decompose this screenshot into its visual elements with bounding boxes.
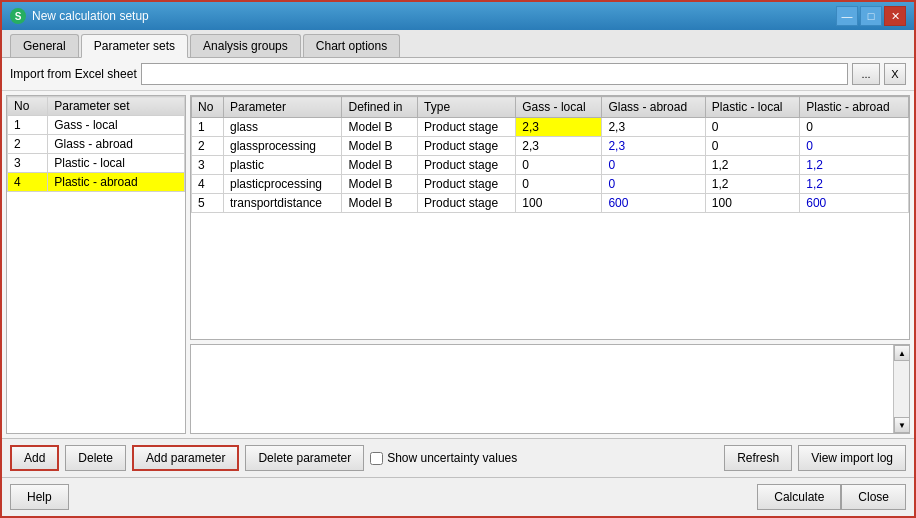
- show-uncertainty-text: Show uncertainty values: [387, 451, 517, 465]
- cell-parameter: plastic: [223, 156, 342, 175]
- cell-glass-abroad: 600: [602, 194, 705, 213]
- cell-parameter: glass: [223, 118, 342, 137]
- cell-gass-local: 100: [516, 194, 602, 213]
- title-buttons: — □ ✕: [836, 6, 906, 26]
- bottom-bar: Help Calculate Close: [2, 477, 914, 516]
- cell-plastic-local: 0: [705, 118, 799, 137]
- import-label: Import from Excel sheet: [10, 67, 137, 81]
- cell-plastic-abroad: 0: [800, 118, 909, 137]
- show-uncertainty-label[interactable]: Show uncertainty values: [370, 451, 517, 465]
- help-button[interactable]: Help: [10, 484, 69, 510]
- cell-parameter: glassprocessing: [223, 137, 342, 156]
- cell-plastic-local: 0: [705, 137, 799, 156]
- window-title: New calculation setup: [32, 9, 149, 23]
- main-window: S New calculation setup — □ ✕ General Pa…: [0, 0, 916, 518]
- left-panel: No Parameter set 1 Gass - local 2 Glass …: [6, 95, 186, 434]
- cell-type: Product stage: [418, 194, 516, 213]
- cell-glass-abroad: 2,3: [602, 118, 705, 137]
- row-no: 3: [8, 154, 48, 173]
- cell-defined-in: Model B: [342, 175, 418, 194]
- cell-plastic-abroad: 600: [800, 194, 909, 213]
- cell-gass-local: 2,3: [516, 137, 602, 156]
- refresh-button[interactable]: Refresh: [724, 445, 792, 471]
- cell-type: Product stage: [418, 118, 516, 137]
- cell-no: 5: [192, 194, 224, 213]
- parameters-table-container: No Parameter Defined in Type Gass - loca…: [190, 95, 910, 340]
- cell-plastic-abroad: 0: [800, 137, 909, 156]
- row-no: 1: [8, 116, 48, 135]
- table-row[interactable]: 1 Gass - local: [8, 116, 185, 135]
- import-input[interactable]: [141, 63, 848, 85]
- col-defined-in: Defined in: [342, 97, 418, 118]
- calculate-button[interactable]: Calculate: [757, 484, 841, 510]
- minimize-button[interactable]: —: [836, 6, 858, 26]
- cell-parameter: plasticprocessing: [223, 175, 342, 194]
- left-col-no: No: [8, 97, 48, 116]
- view-import-log-button[interactable]: View import log: [798, 445, 906, 471]
- row-no: 2: [8, 135, 48, 154]
- cell-defined-in: Model B: [342, 194, 418, 213]
- bottom-right-panel: ▲ ▼: [190, 344, 910, 434]
- app-icon: S: [10, 8, 26, 24]
- import-close-button[interactable]: X: [884, 63, 906, 85]
- cell-no: 2: [192, 137, 224, 156]
- col-parameter: Parameter: [223, 97, 342, 118]
- cell-gass-local: 0: [516, 175, 602, 194]
- cell-defined-in: Model B: [342, 137, 418, 156]
- col-no: No: [192, 97, 224, 118]
- row-name: Plastic - local: [48, 154, 185, 173]
- scroll-up-button[interactable]: ▲: [894, 345, 910, 361]
- maximize-button[interactable]: □: [860, 6, 882, 26]
- browse-button[interactable]: ...: [852, 63, 880, 85]
- cell-type: Product stage: [418, 137, 516, 156]
- footer-bar: Add Delete Add parameter Delete paramete…: [2, 438, 914, 477]
- row-no: 4: [8, 173, 48, 192]
- parameter-sets-table: No Parameter set 1 Gass - local 2 Glass …: [7, 96, 185, 192]
- close-button[interactable]: Close: [841, 484, 906, 510]
- right-panel: No Parameter Defined in Type Gass - loca…: [190, 95, 910, 434]
- col-plastic-abroad: Plastic - abroad: [800, 97, 909, 118]
- col-type: Type: [418, 97, 516, 118]
- col-plastic-local: Plastic - local: [705, 97, 799, 118]
- table-row[interactable]: 3 plastic Model B Product stage 0 0 1,2 …: [192, 156, 909, 175]
- cell-plastic-abroad: 1,2: [800, 175, 909, 194]
- cell-glass-abroad: 0: [602, 175, 705, 194]
- tab-analysis-groups[interactable]: Analysis groups: [190, 34, 301, 57]
- scroll-down-button[interactable]: ▼: [894, 417, 910, 433]
- cell-plastic-abroad: 1,2: [800, 156, 909, 175]
- delete-button[interactable]: Delete: [65, 445, 126, 471]
- show-uncertainty-checkbox[interactable]: [370, 452, 383, 465]
- left-col-name: Parameter set: [48, 97, 185, 116]
- table-row[interactable]: 5 transportdistance Model B Product stag…: [192, 194, 909, 213]
- tab-parameter-sets[interactable]: Parameter sets: [81, 34, 188, 58]
- delete-parameter-button[interactable]: Delete parameter: [245, 445, 364, 471]
- cell-gass-local: 0: [516, 156, 602, 175]
- import-bar: Import from Excel sheet ... X: [2, 58, 914, 91]
- close-title-button[interactable]: ✕: [884, 6, 906, 26]
- main-content: No Parameter set 1 Gass - local 2 Glass …: [2, 91, 914, 438]
- row-name: Plastic - abroad: [48, 173, 185, 192]
- cell-no: 3: [192, 156, 224, 175]
- table-row[interactable]: 2 Glass - abroad: [8, 135, 185, 154]
- table-row[interactable]: 1 glass Model B Product stage 2,3 2,3 0 …: [192, 118, 909, 137]
- col-gass-local: Gass - local: [516, 97, 602, 118]
- table-row[interactable]: 4 Plastic - abroad: [8, 173, 185, 192]
- row-name: Glass - abroad: [48, 135, 185, 154]
- cell-type: Product stage: [418, 175, 516, 194]
- table-row[interactable]: 3 Plastic - local: [8, 154, 185, 173]
- cell-glass-abroad: 2,3: [602, 137, 705, 156]
- tab-chart-options[interactable]: Chart options: [303, 34, 400, 57]
- col-glass-abroad: Glass - abroad: [602, 97, 705, 118]
- add-parameter-button[interactable]: Add parameter: [132, 445, 239, 471]
- add-button[interactable]: Add: [10, 445, 59, 471]
- cell-plastic-local: 1,2: [705, 175, 799, 194]
- vertical-scrollbar[interactable]: ▲ ▼: [893, 345, 909, 433]
- row-name: Gass - local: [48, 116, 185, 135]
- cell-plastic-local: 1,2: [705, 156, 799, 175]
- cell-no: 1: [192, 118, 224, 137]
- tab-general[interactable]: General: [10, 34, 79, 57]
- cell-no: 4: [192, 175, 224, 194]
- cell-type: Product stage: [418, 156, 516, 175]
- table-row[interactable]: 4 plasticprocessing Model B Product stag…: [192, 175, 909, 194]
- table-row[interactable]: 2 glassprocessing Model B Product stage …: [192, 137, 909, 156]
